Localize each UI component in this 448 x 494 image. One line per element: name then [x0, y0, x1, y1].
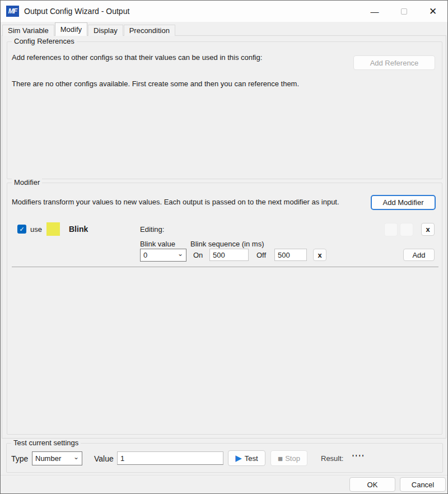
move-modifier-down-button: [400, 223, 413, 236]
type-label: Type: [11, 454, 28, 463]
ok-button[interactable]: OK: [349, 477, 395, 492]
tab-strip: Sim Variable Modify Display Precondition: [2, 23, 176, 36]
config-references-group-title: Config References: [12, 37, 77, 45]
modifier-row-separator: [12, 267, 438, 267]
use-modifier-checkbox[interactable]: ✓: [17, 225, 26, 234]
modifier-group-title: Modifier: [12, 178, 42, 187]
close-button[interactable]: ✕: [418, 1, 447, 22]
remove-modifier-button[interactable]: x: [421, 223, 435, 236]
move-modifier-up-button: [384, 223, 398, 236]
add-sequence-button[interactable]: Add: [403, 249, 435, 261]
tab-display[interactable]: Display: [88, 25, 123, 36]
stop-icon: ■: [278, 454, 283, 463]
minimize-button[interactable]: —: [360, 1, 389, 22]
test-button[interactable]: ▶ Test: [228, 450, 265, 466]
blink-sequence-label: Blink sequence (in ms): [190, 240, 264, 248]
blink-value-selected: 0: [143, 251, 147, 259]
chevron-down-icon: ⌄: [178, 250, 183, 257]
modifier-name: Blink: [69, 225, 88, 234]
test-settings-group-title: Test current settings: [11, 439, 81, 447]
on-label: On: [193, 251, 203, 259]
config-references-group: Config References Add references to othe…: [7, 41, 442, 179]
modifier-color-swatch[interactable]: [46, 222, 60, 236]
footer-divider: [1, 475, 447, 476]
blink-value-select[interactable]: 0 ⌄: [140, 249, 186, 262]
maximize-button: [389, 1, 418, 22]
add-reference-button[interactable]: Add Reference: [353, 55, 435, 70]
minimize-icon: —: [371, 7, 379, 16]
blink-on-input[interactable]: [209, 249, 249, 261]
window-controls: — ✕: [360, 1, 447, 22]
test-value-input[interactable]: [117, 451, 223, 465]
blink-value-label: Blink value: [140, 240, 175, 248]
test-type-select[interactable]: Number ⌄: [32, 451, 82, 465]
chevron-down-icon: ⌄: [73, 454, 79, 460]
result-label: Result:: [321, 454, 343, 463]
off-label: Off: [256, 251, 266, 259]
close-icon: ✕: [429, 6, 437, 17]
maximize-icon: [401, 8, 407, 15]
test-button-label: Test: [245, 454, 258, 463]
stop-button: ■ Stop: [270, 450, 307, 466]
add-modifier-button[interactable]: Add Modifier: [371, 195, 436, 210]
modify-tab-page: Config References Add references to othe…: [2, 35, 446, 439]
tab-sim-variable[interactable]: Sim Variable: [2, 25, 54, 36]
tab-modify[interactable]: Modify: [55, 22, 87, 36]
test-settings-group: Test current settings Type Number ⌄ Valu…: [6, 443, 443, 473]
config-references-empty-message: There are no other configs available. Fi…: [12, 80, 299, 88]
modifier-group: Modifier Modifiers transform your values…: [7, 183, 442, 435]
tab-precondition[interactable]: Precondition: [124, 25, 175, 36]
app-logo-icon: MF: [6, 6, 19, 17]
test-type-selected: Number: [35, 454, 61, 463]
config-references-description: Add references to other configs so that …: [12, 53, 262, 62]
modifier-description: Modifiers transform your values to new v…: [12, 198, 339, 206]
result-value: '''': [352, 454, 365, 462]
cancel-button[interactable]: Cancel: [400, 477, 446, 492]
titlebar: MF Output Config Wizard - Output — ✕: [1, 1, 447, 22]
remove-sequence-button[interactable]: x: [313, 249, 326, 261]
check-icon: ✓: [19, 226, 24, 233]
blink-off-input[interactable]: [274, 249, 307, 261]
output-config-wizard-window: MF Output Config Wizard - Output — ✕ Sim…: [0, 0, 448, 494]
use-label: use: [30, 225, 42, 234]
play-icon: ▶: [235, 453, 242, 463]
value-label: Value: [94, 454, 114, 463]
editing-label: Editing:: [140, 225, 164, 234]
window-title: Output Config Wizard - Output: [24, 7, 129, 16]
stop-button-label: Stop: [285, 454, 300, 463]
